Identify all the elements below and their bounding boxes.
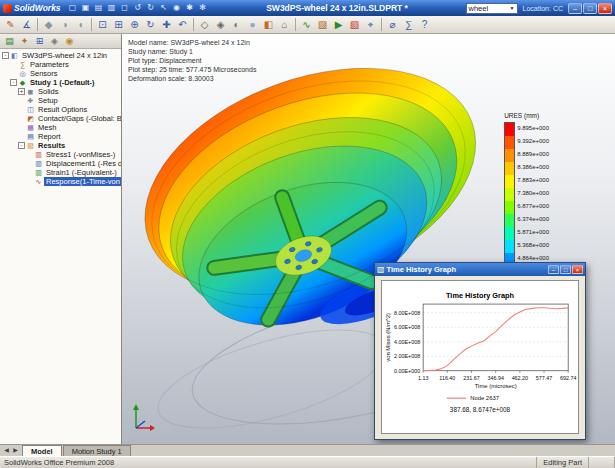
section-view-icon[interactable]: ◧: [261, 17, 276, 32]
measure-icon[interactable]: ⌀: [385, 17, 400, 32]
maximize-button[interactable]: □: [583, 3, 597, 14]
fillet-icon[interactable]: ◖: [73, 17, 88, 32]
apply-material-icon[interactable]: ▨: [315, 17, 330, 32]
tree-item-strain-plot[interactable]: ▥Strain1 (-Equivalent-): [0, 168, 121, 177]
tree-item-label: Displacement1 (-Res disp-): [44, 159, 121, 168]
report-icon: ▤: [26, 133, 35, 141]
featuremanager-tab[interactable]: ▤: [3, 35, 16, 48]
rotate-view-icon[interactable]: ↻: [143, 17, 158, 32]
tree-item-mesh[interactable]: ▦Mesh: [0, 123, 121, 132]
close-button[interactable]: ×: [598, 3, 612, 14]
tree-expander-none: [26, 151, 33, 158]
wireframe-icon[interactable]: ◇: [197, 17, 212, 32]
help-icon[interactable]: ?: [417, 17, 432, 32]
probe-icon[interactable]: ⌖: [363, 17, 378, 32]
select-icon[interactable]: ↖: [158, 2, 170, 14]
sketch-icon[interactable]: ✎: [3, 17, 18, 32]
legend-value-label: 6.877e+000: [517, 200, 549, 213]
hidden-lines-visible-icon[interactable]: ◈: [213, 17, 228, 32]
tree-expander[interactable]: -: [2, 52, 9, 59]
tree-item-report[interactable]: ▤Report: [0, 132, 121, 141]
svg-text:0.00E+000: 0.00E+000: [394, 368, 420, 374]
titlebar[interactable]: SolidWorks ▢▣▤▥◻↺↻↖◉✱✻ SW3dPS-wheel 24 x…: [0, 0, 615, 16]
toolbar-separator: [91, 18, 92, 31]
tree-item-response-plot[interactable]: ∿Response(1-Time-von Mises-): [0, 177, 121, 186]
plot-info-line: Model name: SW3dPS-wheel 24 x 12in: [128, 38, 256, 47]
new-document-icon[interactable]: ▢: [67, 2, 79, 14]
time-history-chart: Time History Graph0.00E+0002.00E+0084.00…: [382, 281, 578, 433]
legend-value-label: 7.380e+000: [517, 187, 549, 200]
file-properties-icon[interactable]: ✱: [184, 2, 196, 14]
tree-expander-none: [18, 106, 25, 113]
tab-scroll-left-icon[interactable]: ◀: [2, 445, 11, 456]
revolved-boss-icon[interactable]: ◑: [57, 17, 72, 32]
tree-expander[interactable]: +: [18, 88, 25, 95]
tree-item-label: Parameters: [28, 60, 71, 69]
legend-color-band: [505, 201, 514, 214]
mesh-icon: ▦: [26, 124, 35, 132]
graph-close-button[interactable]: ×: [572, 265, 583, 274]
chart-panel: Time History Graph0.00E+0002.00E+0084.00…: [381, 280, 579, 434]
chevron-down-icon[interactable]: ▼: [510, 5, 515, 11]
search-box[interactable]: wheel ▼: [466, 3, 518, 14]
tree-item-parameters[interactable]: ∑Parameters: [0, 60, 121, 69]
time-history-graph-window[interactable]: ▧ Time History Graph –□× Time History Gr…: [374, 262, 586, 440]
tree-item-displacement-plot[interactable]: ▥Displacement1 (-Res disp-): [0, 159, 121, 168]
response-plot-icon: ∿: [34, 178, 43, 186]
simulation-study-icon[interactable]: ∿: [299, 17, 314, 32]
pan-icon[interactable]: ✚: [159, 17, 174, 32]
mass-properties-icon[interactable]: ∑: [401, 17, 416, 32]
print-preview-icon[interactable]: ◻: [119, 2, 131, 14]
print-icon[interactable]: ▥: [106, 2, 118, 14]
chart-icon: ▧: [377, 265, 385, 274]
displaymanager-tab[interactable]: ◉: [63, 35, 76, 48]
tree-expander[interactable]: -: [18, 142, 25, 149]
save-icon[interactable]: ▤: [93, 2, 105, 14]
extruded-boss-icon[interactable]: ◆: [41, 17, 56, 32]
tree-item-result-options[interactable]: ◫Result Options: [0, 105, 121, 114]
undo-icon[interactable]: ↺: [132, 2, 144, 14]
document-tab-motion-study-1[interactable]: Motion Study 1: [63, 445, 131, 456]
tree-item-solids-folder[interactable]: +◼Solids: [0, 87, 121, 96]
results-plot-icon[interactable]: ▧: [347, 17, 362, 32]
tree-item-setup[interactable]: ✚Setup: [0, 96, 121, 105]
tree-expander[interactable]: -: [10, 79, 17, 86]
redo-icon[interactable]: ↻: [145, 2, 157, 14]
tree-item-part[interactable]: -◧SW3dPS-wheel 24 x 12in: [0, 51, 121, 60]
simulation-tree: -◧SW3dPS-wheel 24 x 12in∑Parameters◎Sens…: [0, 49, 121, 444]
legend-value-label: 8.889e+000: [517, 148, 549, 161]
dimxpert-tab[interactable]: ◈: [48, 35, 61, 48]
zoom-area-icon[interactable]: ⊞: [111, 17, 126, 32]
minimize-button[interactable]: –: [568, 3, 582, 14]
graph-window-titlebar[interactable]: ▧ Time History Graph –□×: [375, 263, 585, 276]
tree-item-stress-plot[interactable]: ▥Stress1 (-vonMises-): [0, 150, 121, 159]
shaded-with-edges-icon[interactable]: ◐: [229, 17, 244, 32]
open-document-icon[interactable]: ▣: [80, 2, 92, 14]
options-icon[interactable]: ✻: [197, 2, 209, 14]
document-tab-model[interactable]: Model: [22, 445, 62, 456]
main-toolbar: ✎∡◆◑◖⊡⊞⊕↻✚↶◇◈◐●◧⌂∿▨▶▧⌖⌀∑?: [0, 16, 615, 34]
tab-scroll-right-icon[interactable]: ▶: [11, 445, 20, 456]
tree-item-results-folder[interactable]: -▧Results: [0, 141, 121, 150]
shaded-icon[interactable]: ●: [245, 17, 260, 32]
smart-dimension-icon[interactable]: ∡: [19, 17, 34, 32]
graph-maximize-button[interactable]: □: [560, 265, 571, 274]
run-analysis-icon[interactable]: ▶: [331, 17, 346, 32]
toolbar-separator: [295, 18, 296, 31]
svg-text:1.13: 1.13: [418, 375, 428, 381]
status-message: SolidWorks Office Premium 2008: [0, 457, 537, 468]
propertymanager-tab[interactable]: ✦: [18, 35, 31, 48]
graph-minimize-button[interactable]: –: [548, 265, 559, 274]
tree-item-sensors[interactable]: ◎Sensors: [0, 69, 121, 78]
rebuild-icon[interactable]: ◉: [171, 2, 183, 14]
view-orientation-icon[interactable]: ⌂: [277, 17, 292, 32]
tree-item-study[interactable]: -◆Study 1 (-Default-): [0, 78, 121, 87]
zoom-in-out-icon[interactable]: ⊕: [127, 17, 142, 32]
tree-item-label: Sensors: [28, 69, 60, 78]
zoom-fit-icon[interactable]: ⊡: [95, 17, 110, 32]
tree-item-contact-gaps[interactable]: ◩Contact/Gaps (-Global: Bonded-): [0, 114, 121, 123]
previous-view-icon[interactable]: ↶: [175, 17, 190, 32]
tree-expander-none: [10, 61, 17, 68]
svg-text:Node 2637: Node 2637: [470, 395, 499, 401]
configurationmanager-tab[interactable]: ⊞: [33, 35, 46, 48]
